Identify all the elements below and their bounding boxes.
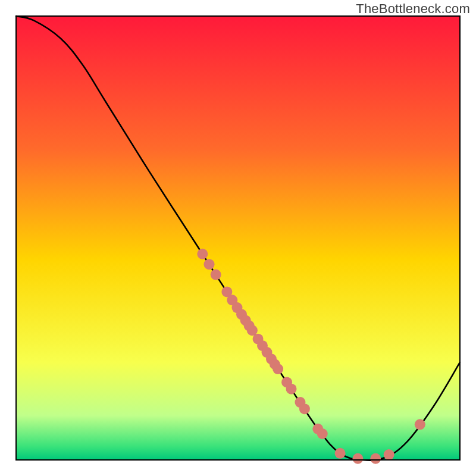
chart-frame: TheBottleneck.com — [0, 0, 476, 476]
data-point — [335, 448, 346, 459]
data-point — [211, 270, 221, 280]
data-point — [370, 453, 381, 464]
attribution-label: TheBottleneck.com — [356, 1, 470, 17]
data-point — [204, 259, 215, 270]
bottleneck-chart — [0, 0, 476, 476]
data-point — [384, 449, 394, 460]
data-point — [352, 453, 363, 464]
data-point — [317, 428, 328, 439]
data-point — [299, 403, 310, 414]
data-point — [415, 419, 425, 430]
data-point — [273, 364, 283, 374]
data-point — [286, 384, 297, 394]
plot-area — [16, 16, 460, 464]
plot-background — [16, 16, 460, 460]
data-point — [197, 249, 208, 259]
